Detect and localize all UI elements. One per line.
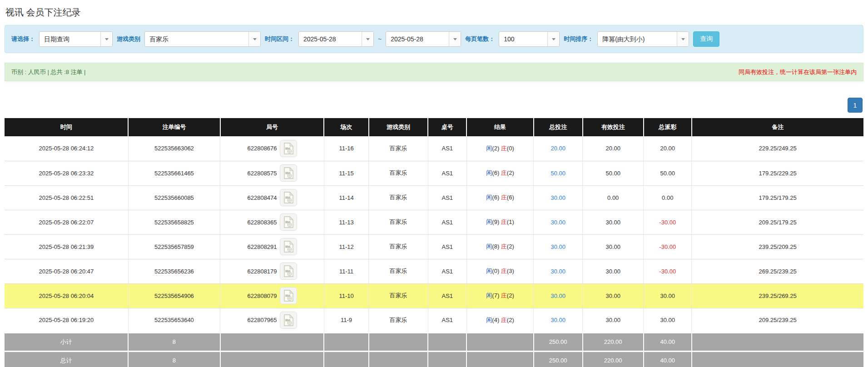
result-cell: 闲(9) 庄(1) [466, 210, 533, 234]
chevron-down-icon[interactable] [362, 32, 373, 46]
chevron-down-icon[interactable] [100, 32, 112, 46]
round-id-text: 622808179 [247, 268, 277, 275]
total-bet-cell: 30.00 [534, 283, 583, 308]
chevron-down-icon[interactable] [547, 32, 559, 46]
video-replay-button[interactable] [280, 238, 297, 255]
summary-empty-cell [428, 351, 466, 367]
game-type-dropdown[interactable]: 百家乐 [144, 31, 261, 47]
time-cell: 2025-05-28 06:22:51 [5, 185, 128, 210]
video-replay-button[interactable] [280, 263, 297, 280]
round-id-text: 622808365 [247, 219, 277, 226]
total-bet-cell: 30.00 [534, 185, 583, 210]
total-bet-cell: 50.00 [534, 161, 583, 185]
table-header-row: 时间注单编号局号场次游戏类别桌号结果总投注有效投注总派彩备注 [5, 118, 863, 136]
result-cell: 闲(7) 庄(2) [466, 283, 533, 308]
game-type-cell: 百家乐 [369, 234, 428, 259]
total-bet-link[interactable]: 50.00 [551, 170, 565, 177]
total-bet-link[interactable]: 30.00 [551, 219, 565, 226]
column-header: 有效投注 [583, 118, 644, 136]
player-result: 闲 [486, 145, 492, 152]
round-id-text: 622808575 [247, 170, 277, 177]
payout-cell: 30.00 [644, 283, 692, 308]
result-cell: 闲(2) 庄(0) [466, 136, 533, 161]
player-result: 闲 [486, 169, 492, 176]
round-id-text: 622808474 [247, 194, 277, 201]
payout-cell: 0.00 [644, 185, 692, 210]
video-replay-button[interactable] [280, 164, 297, 182]
table-body: 2025-05-28 06:24:12522535663062622808676… [5, 136, 863, 332]
banker-result: 庄 [501, 218, 507, 225]
table-no-cell: AS1 [428, 259, 466, 283]
bet-id-cell: 522535663062 [128, 136, 220, 161]
table-no-cell: AS1 [428, 308, 466, 332]
sort-order-value: 降冪(由大到小) [598, 32, 677, 46]
summary-row: 总计8250.00220.0040.00 [5, 351, 863, 367]
game-type-cell: 百家乐 [369, 210, 428, 234]
valid-bet-cell: 30.00 [583, 283, 644, 308]
page-size-dropdown[interactable]: 100 [499, 31, 560, 47]
time-cell: 2025-05-28 06:23:32 [5, 161, 128, 185]
column-header: 注单编号 [128, 118, 220, 136]
table-row: 2025-05-28 06:22:07522535658825622808365… [5, 210, 863, 234]
pagination: 1 [5, 98, 863, 113]
column-header: 场次 [324, 118, 368, 136]
banker-result: 庄 [501, 268, 507, 274]
query-button[interactable]: 查询 [693, 31, 719, 47]
page-number-button[interactable]: 1 [848, 98, 863, 113]
video-file-icon [283, 265, 293, 277]
time-cell: 2025-05-28 06:19:20 [5, 308, 128, 332]
result-cell: 闲(6) 庄(2) [466, 161, 533, 185]
summary-empty-cell [466, 351, 533, 367]
summary-total-bet-cell: 250.00 [534, 332, 583, 351]
video-replay-button[interactable] [280, 140, 297, 157]
bet-id-cell: 522535657859 [128, 234, 220, 259]
date-to-picker[interactable]: 2025-05-28 [386, 31, 461, 47]
bet-records-table: 时间注单编号局号场次游戏类别桌号结果总投注有效投注总派彩备注 2025-05-2… [5, 118, 863, 367]
chevron-down-icon[interactable] [449, 32, 461, 46]
note-cell: 209.25/179.25 [692, 210, 863, 234]
valid-bet-cell: 50.00 [583, 161, 644, 185]
game-type-cell: 百家乐 [369, 308, 428, 332]
summary-empty-cell [324, 351, 368, 367]
total-bet-link[interactable]: 30.00 [551, 293, 565, 299]
sort-order-dropdown[interactable]: 降冪(由大到小) [597, 31, 689, 47]
total-bet-link[interactable]: 30.00 [551, 317, 565, 323]
game-type-cell: 百家乐 [369, 161, 428, 185]
table-row: 2025-05-28 06:24:12522535663062622808676… [5, 136, 863, 161]
total-bet-link[interactable]: 30.00 [551, 243, 565, 250]
date-from-picker[interactable]: 2025-05-28 [298, 31, 374, 47]
video-replay-button[interactable] [280, 189, 297, 206]
game-type-cell: 百家乐 [369, 185, 428, 210]
column-header: 时间 [5, 118, 128, 136]
valid-bet-cell: 30.00 [583, 210, 644, 234]
date-range-label: 时间区间： [265, 35, 294, 43]
chevron-down-icon[interactable] [677, 32, 689, 46]
video-replay-button[interactable] [280, 213, 297, 231]
chevron-down-icon[interactable] [248, 32, 260, 46]
round-id-text: 622807965 [247, 317, 277, 323]
game-type-cell: 百家乐 [369, 283, 428, 308]
select-type-dropdown[interactable]: 日期查询 [39, 31, 113, 47]
video-replay-button[interactable] [280, 287, 297, 304]
total-bet-link[interactable]: 30.00 [551, 268, 565, 275]
summary-empty-cell [428, 332, 466, 351]
table-no-cell: AS1 [428, 136, 466, 161]
note-cell: 179.25/229.25 [692, 161, 863, 185]
time-cell: 2025-05-28 06:21:39 [5, 234, 128, 259]
banker-result: 庄 [501, 169, 507, 176]
table-row: 2025-05-28 06:23:32522535661465622808575… [5, 161, 863, 185]
video-file-icon [283, 192, 293, 203]
table-row: 2025-05-28 06:21:39522535657859622808291… [5, 234, 863, 259]
note-cell: 179.25/179.25 [692, 185, 863, 210]
video-file-icon [283, 290, 293, 302]
payout-cell: -30.00 [644, 259, 692, 283]
total-bet-link[interactable]: 20.00 [551, 145, 565, 152]
video-replay-button[interactable] [280, 312, 297, 329]
result-cell: 闲(6) 庄(6) [466, 185, 533, 210]
video-file-icon [283, 216, 293, 228]
total-bet-link[interactable]: 30.00 [551, 194, 565, 201]
round-id-text: 622808079 [247, 293, 277, 299]
date-range-separator: ~ [378, 35, 382, 43]
round-id-cell: 622808474 [220, 185, 324, 210]
time-cell: 2025-05-28 06:20:47 [5, 259, 128, 283]
